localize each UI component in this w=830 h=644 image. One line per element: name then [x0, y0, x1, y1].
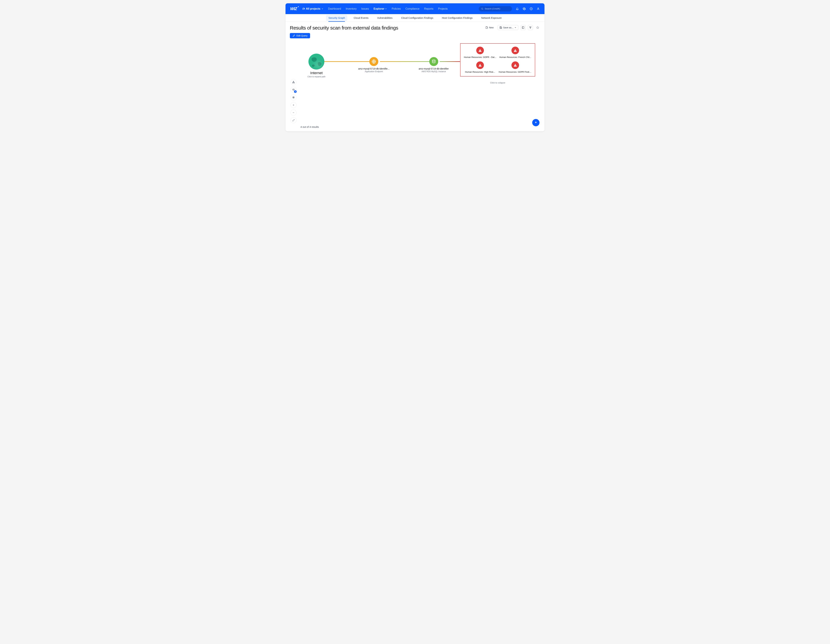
chevron-down-icon: [515, 27, 516, 28]
finding-item[interactable]: Human Resources: GDPR Findings: [498, 62, 532, 73]
notifications-button[interactable]: [516, 7, 519, 11]
project-picker-label: All projects: [306, 7, 320, 10]
save-as-label: Save as...: [503, 26, 513, 29]
user-menu[interactable]: [537, 7, 540, 11]
endpoint-icon: [369, 57, 378, 66]
svg-rect-20: [515, 51, 515, 52]
page-title: Results of security scan from external d…: [290, 25, 398, 31]
tab-vulnerabilities[interactable]: Vulnerabilities: [375, 15, 395, 21]
layout-panel-button[interactable]: [521, 25, 526, 30]
svg-rect-17: [480, 50, 480, 51]
svg-rect-21: [480, 65, 480, 66]
node-internet-label: Internet: [310, 71, 323, 75]
top-nav: WIZ✦ All projects Dashboard Inventory Is…: [285, 3, 545, 14]
svg-rect-22: [480, 66, 480, 66]
svg-point-0: [482, 8, 483, 9]
finding-label: Human Resources: French CNI...: [499, 56, 531, 59]
gear-icon: [523, 7, 526, 10]
node-internet-sublabel: Click to expand path: [307, 76, 326, 78]
save-as-button[interactable]: Save as...: [498, 25, 518, 30]
project-picker[interactable]: All projects: [302, 7, 323, 10]
svg-point-1: [524, 8, 525, 9]
svg-rect-11: [294, 82, 295, 83]
bell-icon: [516, 7, 519, 10]
nav-explorer[interactable]: Explorer: [374, 7, 387, 10]
target-icon: [292, 96, 295, 99]
alert-icon: [512, 62, 519, 69]
svg-point-16: [432, 60, 435, 61]
hierarchy-button[interactable]: [290, 79, 296, 85]
results-count: 4 out of 4 results: [301, 125, 319, 128]
tab-security-graph[interactable]: Security Graph: [326, 15, 347, 21]
save-icon: [499, 26, 502, 29]
search-icon: [481, 8, 483, 10]
graph-icon: [529, 26, 532, 29]
hierarchy-icon: [292, 81, 295, 84]
nav-projects[interactable]: Projects: [438, 7, 448, 10]
svg-rect-19: [515, 50, 515, 51]
subtabs: Security Graph Cloud Events Vulnerabilit…: [285, 14, 545, 22]
database-icon: [429, 57, 438, 66]
tab-host-config-findings[interactable]: Host Configuration Findings: [440, 15, 475, 21]
node-db-sublabel: AWS RDS MySQL Instance: [421, 70, 446, 73]
svg-rect-5: [522, 27, 524, 28]
new-button[interactable]: New: [484, 25, 495, 30]
findings-cluster[interactable]: Human Resources: GDPR - Dat... Human Res…: [460, 43, 535, 76]
focus-button[interactable]: [290, 95, 296, 100]
node-endpoint[interactable]: amz-mysql-5719-db-identifie... Applicati…: [358, 57, 390, 73]
nav-items: Dashboard Inventory Issues Explorer Poli…: [328, 7, 479, 10]
tab-cloud-events[interactable]: Cloud Events: [351, 15, 371, 21]
nav-inventory[interactable]: Inventory: [345, 7, 356, 10]
help-button[interactable]: [529, 7, 533, 11]
svg-rect-23: [515, 65, 515, 66]
fullscreen-button[interactable]: [290, 117, 296, 123]
search-placeholder: Search (Cmd/K): [485, 8, 500, 10]
node-internet[interactable]: Internet Click to expand path: [307, 54, 326, 78]
svg-point-13: [293, 97, 294, 98]
node-db[interactable]: amz-mysql-5719-db-identifier AWS RDS MyS…: [419, 57, 449, 73]
svg-point-4: [538, 8, 539, 9]
finding-label: Human Resources: GDPR - Dat...: [464, 56, 496, 59]
finding-label: Human Resources: GDPR Findings: [499, 71, 532, 73]
zoom-out-button[interactable]: [290, 110, 296, 116]
alert-icon: [476, 62, 484, 69]
zoom-in-button[interactable]: [290, 102, 296, 108]
star-button[interactable]: [535, 25, 540, 30]
pencil-icon: [293, 34, 295, 37]
finding-item[interactable]: Human Resources: French CNI...: [498, 47, 532, 59]
search-input[interactable]: Search (Cmd/K): [479, 6, 512, 11]
svg-rect-24: [515, 66, 515, 66]
node-endpoint-label: amz-mysql-5719-db-identifie...: [358, 67, 390, 70]
layout-icon: [522, 26, 524, 29]
chevron-down-icon: [322, 8, 323, 10]
svg-rect-18: [480, 51, 480, 52]
expand-icon: [292, 119, 295, 122]
svg-point-7: [531, 27, 531, 27]
tab-network-exposure[interactable]: Network Exposure: [479, 15, 504, 21]
svg-rect-9: [293, 81, 294, 82]
layers-badge: 2: [294, 90, 297, 93]
edit-query-button[interactable]: Edit Query: [290, 33, 310, 38]
nav-dashboard[interactable]: Dashboard: [328, 7, 341, 10]
node-db-label: amz-mysql-5719-db-identifier: [419, 67, 449, 70]
globe-icon: [309, 54, 325, 70]
graph-view-button[interactable]: [528, 25, 533, 30]
tab-cloud-config-findings[interactable]: Cloud Configuration Findings: [399, 15, 436, 21]
graph-canvas[interactable]: 2 Internet Click to expand pa: [285, 38, 545, 131]
node-endpoint-sublabel: Application Endpoint: [365, 70, 383, 73]
chevron-down-icon: [385, 8, 387, 10]
svg-point-8: [530, 28, 531, 28]
nav-policies[interactable]: Policies: [391, 7, 401, 10]
layers-button[interactable]: 2: [290, 87, 296, 93]
settings-button[interactable]: [523, 7, 526, 11]
finding-item[interactable]: Human Resources: GDPR - Dat...: [463, 47, 497, 59]
sparkle-icon: ✦: [298, 6, 299, 8]
sparkle-icon: [534, 121, 537, 124]
nav-reports[interactable]: Reports: [424, 7, 433, 10]
nav-issues[interactable]: Issues: [361, 7, 369, 10]
ai-assist-button[interactable]: [532, 119, 540, 126]
finding-label: Human Resources: High Risk...: [465, 71, 495, 73]
minus-icon: [292, 111, 295, 114]
finding-item[interactable]: Human Resources: High Risk...: [463, 62, 497, 73]
nav-compliance[interactable]: Compliance: [405, 7, 420, 10]
